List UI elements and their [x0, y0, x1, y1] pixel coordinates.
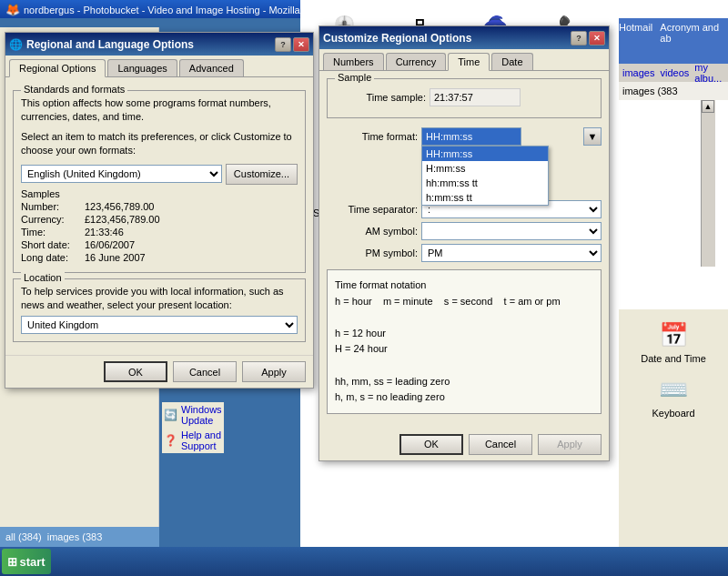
photo-strip: all (384) images (383	[0, 527, 159, 547]
sample-label-4: Long date:	[21, 252, 85, 263]
help-support-label: Help and Support	[181, 429, 222, 451]
images-count-label: images (383	[622, 86, 678, 96]
regional-dialog-footer: OK Cancel Apply	[5, 355, 313, 388]
tab-date[interactable]: Date	[491, 53, 532, 70]
tab-advanced[interactable]: Advanced	[179, 59, 244, 76]
notation-line-2: h = hour m = minute s = second t = am or…	[335, 294, 593, 310]
regional-apply-btn[interactable]: Apply	[242, 361, 306, 382]
help-support-link[interactable]: ❓ Help and Support	[162, 428, 224, 453]
customize-dialog: Customize Regional Options ? ✕ Numbers C…	[318, 25, 610, 461]
time-format-input[interactable]	[421, 127, 521, 146]
notation-box: Time format notation h = hour m = minute…	[327, 269, 602, 414]
hotmail-link[interactable]: Hotmail	[619, 22, 652, 44]
pb-albums-link[interactable]: my albu...	[694, 62, 724, 84]
regional-dialog-title: Regional and Language Options	[26, 38, 194, 51]
customize-dialog-footer: OK Cancel Apply	[319, 429, 609, 460]
photo-all-count: all (384)	[5, 531, 42, 542]
browser-title-text: nordbergus - Photobucket - Video and Ima…	[24, 5, 333, 15]
language-row: English (United Kingdom) Customize...	[21, 164, 298, 185]
sample-row-4: Long date:16 June 2007	[21, 252, 298, 263]
time-format-row: Time format: ▼ HH:mm:ss H:mm:ss hh:mm:ss…	[327, 127, 602, 146]
sample-value-2: 21:33:46	[85, 227, 124, 237]
notation-spacer-2	[335, 358, 593, 374]
sample-row-3: Short date:16/06/2007	[21, 239, 298, 250]
pb-videos-link[interactable]: videos	[660, 67, 689, 78]
time-format-option-2[interactable]: hh:mm:ss tt	[422, 176, 548, 190]
location-select[interactable]: United Kingdom	[21, 316, 298, 334]
regional-dialog-buttons: ? ✕	[275, 37, 309, 52]
regional-dialog-titlebar: 🌐 Regional and Language Options ? ✕	[5, 33, 313, 56]
tab-languages[interactable]: Languages	[107, 59, 177, 76]
tab-currency[interactable]: Currency	[386, 53, 447, 70]
customize-tab-strip: Numbers Currency Time Date	[319, 49, 609, 71]
help-btn[interactable]: ?	[275, 37, 291, 52]
time-format-dropdown-wrap: ▼ HH:mm:ss H:mm:ss hh:mm:ss tt h:mm:ss t…	[421, 127, 602, 146]
pb-images-link[interactable]: images	[622, 67, 654, 78]
customize-close-btn[interactable]: ✕	[589, 31, 605, 45]
help-support-icon: ❓	[164, 434, 177, 447]
sidebar-nav-area: 🔄 Windows Update ❓ Help and Support	[162, 402, 224, 453]
notation-line-3: h = 12 hour	[335, 326, 593, 342]
time-sample-box: Sample Time sample:	[327, 78, 602, 118]
regional-dialog-body: Standards and formats This option affect…	[5, 77, 313, 355]
taskbar: ⊞ start	[0, 547, 728, 576]
customize-ok-btn[interactable]: OK	[399, 434, 463, 455]
time-separator-label: Time separator:	[327, 204, 418, 215]
customize-cancel-btn[interactable]: Cancel	[469, 434, 532, 455]
sample-value-0: 123,456,789.00	[85, 201, 154, 212]
location-title: Location	[21, 272, 65, 283]
photobucket-nav: images videos my albu...	[619, 64, 728, 82]
sample-label-3: Short date:	[21, 239, 85, 250]
customize-dialog-buttons: ? ✕	[571, 31, 605, 45]
scroll-up-btn[interactable]: ▲	[702, 100, 714, 113]
windows-update-link[interactable]: 🔄 Windows Update	[162, 402, 224, 428]
tab-regional-options[interactable]: Regional Options	[9, 59, 106, 77]
start-label: start	[19, 555, 45, 569]
right-sidebar-icons: 📅 Date and Time ⌨️ Keyboard	[619, 309, 728, 547]
time-format-option-3[interactable]: h:mm:ss tt	[422, 190, 548, 205]
notation-line-1: Time format notation	[335, 278, 593, 294]
sample-label-1: Currency:	[21, 214, 85, 225]
time-sample-control	[430, 88, 593, 106]
cp-icon-date-time[interactable]: 📅 Date and Time	[641, 317, 706, 364]
start-icon: ⊞	[7, 555, 17, 569]
customize-dialog-title: Customize Regional Options	[323, 32, 471, 45]
tab-numbers[interactable]: Numbers	[323, 53, 384, 70]
select-desc: Select an item to match its preferences,…	[21, 130, 298, 158]
customize-help-btn[interactable]: ?	[571, 31, 587, 45]
windows-update-icon: 🔄	[164, 409, 177, 421]
tab-time[interactable]: Time	[448, 53, 490, 71]
sample-row-0: Number:123,456,789.00	[21, 201, 298, 212]
pm-symbol-select[interactable]: PM	[421, 244, 602, 262]
regional-tab-strip: Regional Options Languages Advanced	[5, 56, 313, 77]
location-group: Location To help services provide you wi…	[13, 278, 306, 343]
start-button[interactable]: ⊞ start	[2, 549, 51, 574]
photo-images-count: images (383	[47, 531, 103, 542]
time-format-dropdown-btn[interactable]: ▼	[583, 127, 602, 146]
am-symbol-select[interactable]	[421, 222, 602, 240]
time-format-control: ▼ HH:mm:ss H:mm:ss hh:mm:ss tt h:mm:ss t…	[421, 127, 602, 146]
am-symbol-control	[421, 222, 602, 240]
customize-dialog-body: Sample Time sample: Time format: ▼ HH:mm…	[319, 71, 609, 429]
photobucket-images-bar: images (383	[619, 82, 728, 100]
language-select[interactable]: English (United Kingdom)	[21, 165, 222, 183]
scrollbar-right[interactable]: ▲	[701, 100, 715, 267]
date-time-label: Date and Time	[641, 353, 706, 364]
cp-icon-keyboard[interactable]: ⌨️ Keyboard	[652, 371, 694, 419]
customize-btn[interactable]: Customize...	[226, 164, 298, 185]
pm-symbol-control: PM	[421, 244, 602, 262]
sample-label-2: Time:	[21, 227, 85, 237]
time-format-option-0[interactable]: HH:mm:ss	[422, 147, 548, 161]
keyboard-label: Keyboard	[652, 408, 694, 419]
regional-cancel-btn[interactable]: Cancel	[173, 361, 237, 382]
standards-desc: This option affects how some programs fo…	[21, 96, 298, 125]
customize-apply-btn[interactable]: Apply	[538, 434, 602, 455]
regional-close-btn[interactable]: ✕	[293, 37, 309, 52]
time-format-option-1[interactable]: H:mm:ss	[422, 161, 548, 176]
time-format-label: Time format:	[327, 131, 418, 142]
samples-title: Samples	[21, 188, 298, 199]
sample-value-3: 16/06/2007	[85, 239, 135, 250]
acronym-link[interactable]: Acronym and ab	[660, 22, 724, 44]
sample-value-1: £123,456,789.00	[85, 214, 160, 225]
regional-ok-btn[interactable]: OK	[104, 361, 167, 382]
